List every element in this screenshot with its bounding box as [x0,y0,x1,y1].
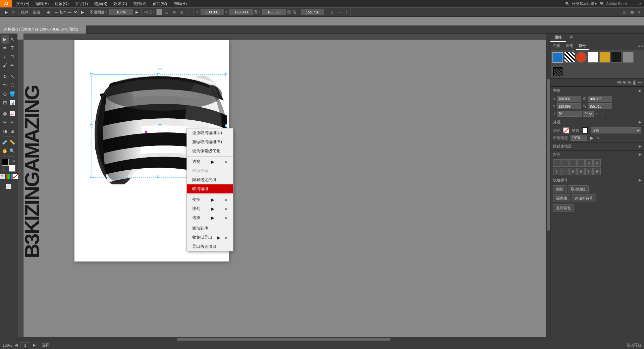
color-tab-symbols[interactable]: 符号 [576,42,589,50]
transform-angle-input[interactable] [557,111,582,117]
fill-color-swatch[interactable] [563,127,569,133]
ctx-hide-group[interactable]: 隐藏选定的组 [187,175,233,184]
pathfinder-section-header[interactable]: 路径查找器 ▶ [550,142,644,150]
ctx-transform[interactable]: 变换 ▶ [187,195,233,204]
measure-btn[interactable]: 📏 [9,138,16,147]
scissors-btn[interactable]: ✂ [9,118,16,127]
menu-help[interactable]: 帮助(H) [170,0,190,7]
style-btn4[interactable]: □ [186,9,192,15]
horizontal-scrollbar[interactable] [17,337,550,341]
dist-bottom-btn[interactable]: ⊬ [593,168,601,175]
hand-btn[interactable]: ✋ [1,147,9,155]
y-input[interactable]: 129.999 [229,9,253,15]
menu-window[interactable]: 窗口(W) [150,0,170,7]
menu-type[interactable]: 文字(T) [72,0,91,7]
opacity-expand-btn[interactable]: ▶ [134,9,140,15]
artboard-btn[interactable]: ⬜ [1,182,16,191]
rotate-tool-btn[interactable]: ↻ [1,72,9,81]
v-scroll-thumb[interactable] [547,79,550,231]
stroke-swatch[interactable] [9,165,15,172]
appearance-section-header[interactable]: 外观 ▶ [550,118,644,126]
panel-tab-library[interactable]: 库 [566,34,578,42]
edit-btn[interactable]: 编辑 [553,185,567,193]
isolate-btn[interactable]: 隔离组 [553,194,570,202]
warp-tool-btn[interactable]: 〜 [1,81,9,90]
transform-flip-v-icon[interactable]: ↕ [601,111,603,116]
lock-proportions-icon[interactable]: ⛓ [287,9,291,15]
menu-edit[interactable]: 编辑(E) [33,0,51,7]
opacity-input[interactable] [109,9,133,15]
ctx-add-to-library[interactable]: 添加到库 [187,224,233,233]
ungroup-btn[interactable]: 取消编组 [568,185,589,193]
ctx-perspective[interactable]: 透视 ▶ [187,157,233,166]
dist-center-v-btn[interactable]: ⊫ [585,168,593,175]
style-btn2[interactable]: ⊕ [171,9,177,15]
align-top-btn[interactable]: ⊥ [577,159,585,167]
delete-symbol-btn[interactable]: 🗑 [632,80,637,85]
align-right-btn[interactable]: ⊤ [569,159,577,167]
panel-close-btn[interactable]: × [637,9,642,15]
eyedropper-btn[interactable]: 💉 [1,138,9,147]
minimize-btn[interactable]: — [629,2,633,6]
type-tool-btn[interactable]: T [9,44,16,52]
transform-flip-h-icon[interactable]: ↔ [595,111,600,116]
align-section-header[interactable]: 对齐 ▶ [550,150,644,158]
color-tab-swatches[interactable]: 色板 [550,42,563,50]
dist-right-btn[interactable]: ⊩ [569,168,577,175]
symbol-swatch-orange-circle[interactable] [576,52,587,63]
symbol-swatch-black[interactable] [623,52,634,63]
vertical-scrollbar[interactable] [546,34,550,337]
stroke-select[interactable]: — 基本 — [52,9,78,15]
dist-top-btn[interactable]: ⊪ [577,168,585,175]
symbol-options-btn[interactable]: ⊕ [622,80,626,85]
active-tab[interactable]: 未标题-1 [已恢复]* @ 100% (RGB/GPU 预览) × [0,25,87,34]
reset-colors-icon[interactable]: ⊘ [2,168,5,171]
panel-props-btn[interactable]: ▤ [629,9,635,15]
tab-close-btn[interactable]: × [80,27,82,31]
ctx-collect-export[interactable]: 收集以导出 ▶ [187,233,233,242]
search-adobe-icon[interactable]: 🔍 [600,2,604,6]
menu-select[interactable]: 选择(S) [91,0,110,7]
column-graph-btn[interactable]: 📈 [9,109,16,118]
transform-btn3[interactable]: ↕ [344,9,350,15]
h-input[interactable]: 155.716 [301,9,324,15]
prev-page-btn[interactable]: ◀ [15,343,17,347]
panel-tab-properties[interactable]: 属性 [550,34,566,42]
transform-h-input[interactable] [588,103,612,109]
stroke-prev-btn[interactable]: ◀ [45,9,51,15]
direct-selection-tool-btn[interactable]: ↖ [9,35,16,44]
ctx-select[interactable]: 选择 ▶ [187,213,233,222]
selection-tool-btn[interactable]: ▶ [1,35,9,44]
ctx-redo-ungroup[interactable]: 重做取消编组(R) [187,137,233,147]
menu-file[interactable]: 文件(F) [13,0,32,7]
search-icon[interactable]: 🔍 [565,2,570,6]
break-link-btn[interactable]: ⊘ [627,80,631,85]
align-center-v-btn[interactable]: ⊟ [585,159,593,167]
symbol-swatch-dark[interactable] [611,52,622,63]
shape-builder-btn[interactable]: ⊕ [1,90,9,98]
symbol-swatch-black2[interactable] [552,66,563,77]
scale-tool-btn[interactable]: ⤡ [9,72,16,81]
pencil-tool-btn[interactable]: ✏ [9,61,16,70]
style-swatch[interactable] [156,9,162,15]
replace-symbol-btn[interactable]: ↩ [638,80,642,85]
direct-select-btn[interactable]: ↖ [10,9,17,15]
free-transform-btn[interactable]: ⬡ [9,81,16,90]
symbol-spray-btn[interactable]: ◎ [1,109,9,118]
stroke-color-swatch[interactable] [582,127,588,133]
recolor-btn[interactable]: 重新着色 [553,204,574,212]
transform-section-header[interactable]: 变换 ▶ [550,86,644,95]
live-paint-btn[interactable]: 🪣 [9,90,16,98]
menu-object[interactable]: 对象(O) [52,0,71,7]
zoom-btn[interactable]: 🔍 [9,147,16,155]
fill-swatch[interactable] [2,159,9,166]
adobe-stock-btn[interactable]: Adobe Stock [606,2,627,6]
color-panel-expand-icon[interactable]: ≡ [638,44,640,48]
ctx-arrange[interactable]: 排列 ▶ [187,204,233,213]
symbol-swatch-white[interactable] [588,52,598,63]
transform-y-input[interactable] [557,103,581,109]
next-page-btn[interactable]: ▶ [33,343,36,347]
quick-actions-section-header[interactable]: 快速操作 ▶ [550,176,644,184]
restore-btn[interactable]: □ [635,2,637,6]
close-btn[interactable]: × [639,2,641,6]
